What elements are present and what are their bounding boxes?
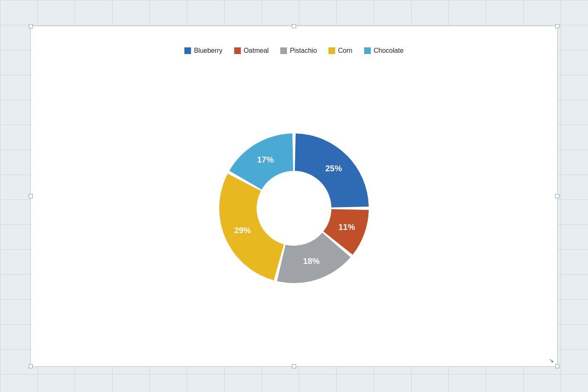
legend-item-pistachio: Pistachio xyxy=(280,47,317,54)
resize-handle-tl[interactable] xyxy=(29,24,33,28)
legend-label-chocolate: Chocolate xyxy=(374,47,404,54)
resize-handle-ml[interactable] xyxy=(29,194,33,198)
donut-label-chocolate: 17% xyxy=(257,155,274,164)
legend-label-corn: Corn xyxy=(338,47,353,54)
legend-item-corn: Corn xyxy=(328,47,353,54)
chart-legend: BlueberryOatmealPistachioCornChocolate xyxy=(184,47,404,54)
resize-handle-mr[interactable] xyxy=(555,194,559,198)
legend-label-blueberry: Blueberry xyxy=(194,47,222,54)
resize-handle-bm[interactable] xyxy=(292,364,296,368)
resize-handle-tr[interactable] xyxy=(555,24,559,28)
resize-handle-br[interactable] xyxy=(555,364,559,368)
donut-chart: 25%11%18%29%17% xyxy=(207,121,381,296)
legend-item-chocolate: Chocolate xyxy=(364,47,404,54)
legend-label-pistachio: Pistachio xyxy=(290,47,317,54)
donut-label-oatmeal: 11% xyxy=(338,222,355,231)
legend-swatch-oatmeal xyxy=(234,47,241,54)
resize-handle-bl[interactable] xyxy=(29,364,33,368)
resize-handle-tm[interactable] xyxy=(292,24,296,28)
donut-label-pistachio: 18% xyxy=(303,256,320,266)
resize-icon[interactable]: ↘ xyxy=(549,357,554,364)
donut-hole xyxy=(257,172,331,245)
donut-label-blueberry: 25% xyxy=(325,163,342,173)
legend-item-oatmeal: Oatmeal xyxy=(234,47,269,54)
legend-item-blueberry: Blueberry xyxy=(184,47,222,54)
legend-label-oatmeal: Oatmeal xyxy=(244,47,269,54)
legend-swatch-pistachio xyxy=(280,47,287,54)
donut-label-corn: 29% xyxy=(234,225,251,234)
legend-swatch-corn xyxy=(328,47,335,54)
legend-swatch-blueberry xyxy=(184,47,191,54)
donut-chart-area: 25%11%18%29%17% xyxy=(207,67,381,350)
chart-panel: BlueberryOatmealPistachioCornChocolate 2… xyxy=(30,26,558,367)
legend-swatch-chocolate xyxy=(364,47,371,54)
